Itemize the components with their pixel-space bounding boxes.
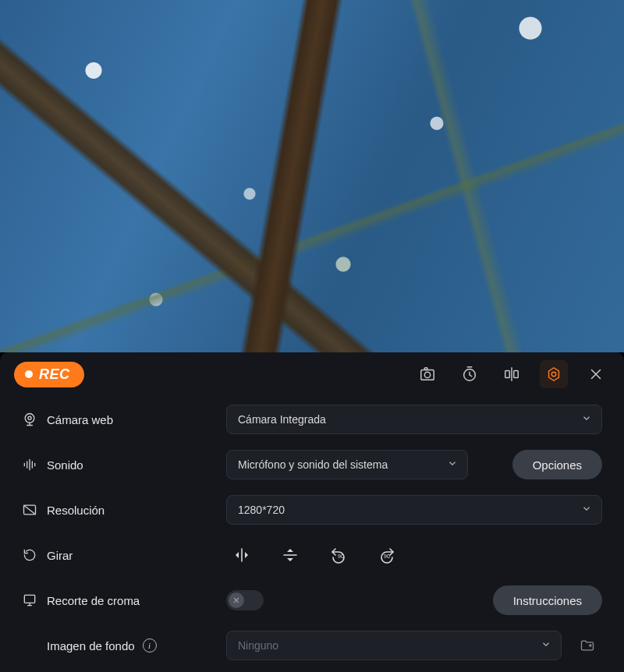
row-chroma: Recorte de croma Instrucciones — [22, 583, 602, 617]
svg-text:90: 90 — [384, 554, 390, 559]
open-folder-button[interactable] — [573, 631, 602, 660]
svg-rect-2 — [424, 368, 427, 370]
svg-rect-4 — [505, 370, 510, 377]
row-background: Imagen de fondo i Ninguno — [22, 628, 602, 663]
camera-preview — [0, 0, 624, 352]
svg-marker-6 — [549, 368, 559, 381]
background-label-text: Imagen de fondo — [47, 639, 135, 653]
webcam-label: Cámara web — [47, 413, 226, 426]
svg-rect-13 — [24, 595, 34, 603]
chevron-down-icon — [447, 458, 458, 472]
resolution-select-value: 1280*720 — [238, 504, 285, 516]
chroma-instructions-button[interactable]: Instrucciones — [493, 585, 602, 615]
chevron-down-icon — [541, 639, 551, 653]
webcam-icon — [22, 412, 47, 427]
chroma-toggle[interactable] — [226, 590, 264, 610]
svg-text:90: 90 — [338, 554, 344, 559]
chevron-down-icon — [581, 504, 592, 517]
camera-icon[interactable] — [413, 360, 441, 388]
svg-point-9 — [28, 416, 31, 419]
flip-horizontal-button[interactable] — [231, 544, 253, 566]
sound-select-value: Micrófono y sonido del sistema — [238, 458, 388, 471]
row-rotate: Girar 90 90 — [22, 538, 602, 572]
rotate-right-90-button[interactable]: 90 — [376, 544, 398, 566]
svg-rect-0 — [421, 370, 434, 380]
chroma-icon — [22, 592, 47, 608]
chroma-instructions-label: Instrucciones — [513, 594, 582, 607]
resolution-select[interactable]: 1280*720 — [226, 495, 602, 525]
record-dot-icon — [25, 370, 33, 378]
flip-vertical-button[interactable] — [279, 544, 301, 566]
sound-options-button[interactable]: Opciones — [512, 450, 602, 479]
svg-point-8 — [25, 414, 34, 423]
resolution-icon — [22, 502, 47, 518]
info-icon[interactable]: i — [143, 638, 157, 653]
record-label: REC — [39, 366, 70, 383]
svg-point-7 — [551, 372, 556, 377]
webcam-select-value: Cámara Integrada — [238, 413, 326, 426]
resolution-label: Resolución — [47, 504, 226, 517]
row-resolution: Resolución 1280*720 — [22, 493, 602, 527]
toggle-knob-off-icon — [229, 592, 244, 608]
webcam-select[interactable]: Cámara Integrada — [226, 405, 602, 434]
svg-point-1 — [424, 372, 430, 377]
rotate-left-90-button[interactable]: 90 — [328, 544, 349, 566]
sound-icon — [22, 457, 47, 472]
background-select[interactable]: Ninguno — [226, 631, 562, 660]
chroma-label: Recorte de croma — [47, 594, 226, 607]
svg-rect-5 — [514, 370, 519, 377]
settings-panel: REC Cámara web Cámara Integrada — [0, 352, 624, 672]
record-button[interactable]: REC — [14, 362, 84, 387]
sound-options-label: Opciones — [533, 458, 582, 472]
mirror-icon[interactable] — [498, 360, 526, 388]
chevron-down-icon — [581, 413, 592, 426]
sound-select[interactable]: Micrófono y sonido del sistema — [226, 450, 468, 479]
rotate-label: Girar — [47, 549, 226, 562]
background-label: Imagen de fondo i — [47, 638, 226, 653]
settings-gear-icon[interactable] — [540, 360, 568, 388]
topbar: REC — [0, 352, 624, 396]
background-select-value: Ninguno — [238, 639, 278, 652]
timer-icon[interactable] — [456, 360, 484, 388]
row-sound: Sonido Micrófono y sonido del sistema Op… — [22, 447, 602, 482]
rotate-icon — [22, 547, 47, 563]
row-webcam: Cámara web Cámara Integrada — [22, 402, 602, 437]
close-icon[interactable] — [582, 360, 610, 388]
sound-label: Sonido — [47, 458, 226, 472]
